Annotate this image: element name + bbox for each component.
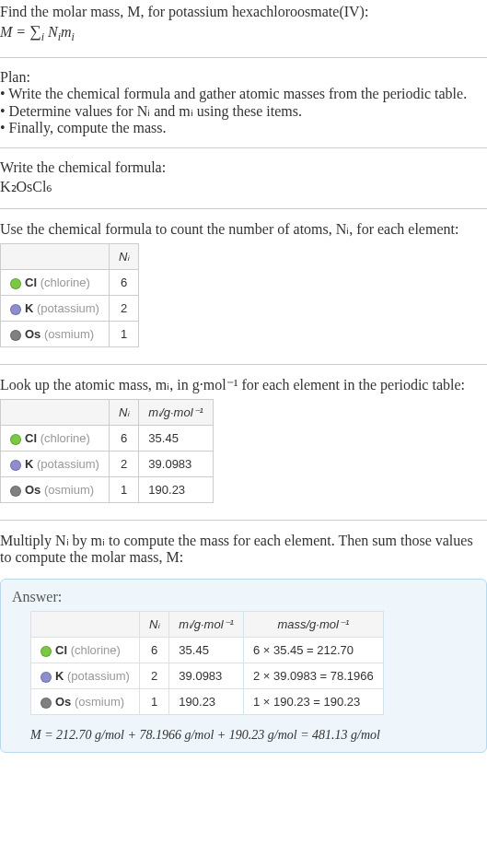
element-dot-icon <box>41 672 52 683</box>
element-cell: Os (osmium) <box>1 477 110 503</box>
plan-bullet-3: • Finally, compute the mass. <box>0 120 487 136</box>
ni-cell: 1 <box>109 477 138 503</box>
element-cell: Os (osmium) <box>1 322 110 347</box>
table-row: K (potassium) 2 39.0983 <box>1 452 214 477</box>
mass-table: Nᵢ mᵢ/g·mol⁻¹ Cl (chlorine) 6 35.45 K (p… <box>0 399 214 503</box>
divider <box>0 147 487 148</box>
mi-cell: 190.23 <box>169 689 244 715</box>
plan-bullet-1: • Write the chemical formula and gather … <box>0 86 487 102</box>
element-dot-icon <box>41 646 52 657</box>
mi-cell: 39.0983 <box>169 663 244 689</box>
element-name: (chlorine) <box>41 431 90 445</box>
element-dot-icon <box>41 698 52 709</box>
plan-section: Plan: • Write the chemical formula and g… <box>0 65 487 140</box>
element-name: (osmium) <box>44 483 94 497</box>
element-symbol: K <box>55 669 64 683</box>
element-symbol: K <box>25 301 33 315</box>
ni-cell: 6 <box>139 638 168 663</box>
blank-header <box>31 612 140 638</box>
element-name: (osmium) <box>75 695 124 709</box>
intro-line: Find the molar mass, M, for potassium he… <box>0 4 487 20</box>
ni-cell: 2 <box>139 663 168 689</box>
element-name: (potassium) <box>67 669 130 683</box>
divider <box>0 364 487 365</box>
table-row: Cl (chlorine) 6 <box>1 270 139 296</box>
multiply-section: Multiply Nᵢ by mᵢ to compute the mass fo… <box>0 528 487 569</box>
element-symbol: K <box>25 457 33 471</box>
element-cell: Os (osmium) <box>31 689 140 715</box>
element-symbol: Cl <box>25 276 37 289</box>
element-name: (chlorine) <box>41 276 90 289</box>
ni-cell: 2 <box>109 452 138 477</box>
plan-bullet-2: • Determine values for Nᵢ and mᵢ using t… <box>0 102 487 120</box>
count-table: Nᵢ Cl (chlorine) 6 K (potassium) 2 Os (o… <box>0 243 139 347</box>
blank-header <box>1 400 110 426</box>
mass-heading: Look up the atomic mass, mᵢ, in g·mol⁻¹ … <box>0 376 487 393</box>
element-dot-icon <box>10 486 21 497</box>
chem-formula-section: Write the chemical formula: K₂OsCl₆ <box>0 156 487 201</box>
answer-label: Answer: <box>12 589 475 605</box>
table-row: Os (osmium) 1 <box>1 322 139 347</box>
element-name: (potassium) <box>37 301 99 315</box>
element-symbol: Cl <box>25 431 37 445</box>
ni-header: Nᵢ <box>139 612 168 638</box>
answer-result: M = 212.70 g/mol + 78.1966 g/mol + 190.2… <box>30 721 475 743</box>
plan-heading: Plan: <box>0 69 487 86</box>
calc-cell: 6 × 35.45 = 212.70 <box>243 638 383 663</box>
calc-cell: 1 × 190.23 = 190.23 <box>243 689 383 715</box>
count-heading: Use the chemical formula to count the nu… <box>0 220 487 238</box>
element-name: (chlorine) <box>71 643 121 657</box>
calc-cell: 2 × 39.0983 = 78.1966 <box>243 663 383 689</box>
count-section: Use the chemical formula to count the nu… <box>0 217 487 357</box>
divider <box>0 520 487 521</box>
table-header-row: Nᵢ mᵢ/g·mol⁻¹ mass/g·mol⁻¹ <box>31 612 384 638</box>
mi-header: mᵢ/g·mol⁻¹ <box>169 612 244 638</box>
element-dot-icon <box>10 330 21 341</box>
table-row: Os (osmium) 1 190.23 <box>1 477 214 503</box>
ni-cell: 1 <box>139 689 168 715</box>
mass-section: Look up the atomic mass, mᵢ, in g·mol⁻¹ … <box>0 372 487 512</box>
ni-cell: 6 <box>109 270 138 296</box>
ni-header: Nᵢ <box>109 400 138 426</box>
element-symbol: Os <box>55 695 71 709</box>
ni-cell: 2 <box>109 296 138 322</box>
table-row: K (potassium) 2 <box>1 296 139 322</box>
mi-cell: 35.45 <box>169 638 244 663</box>
answer-box: Answer: Nᵢ mᵢ/g·mol⁻¹ mass/g·mol⁻¹ Cl (c… <box>0 579 487 753</box>
mi-cell: 35.45 <box>139 426 214 452</box>
element-cell: Cl (chlorine) <box>31 638 140 663</box>
divider <box>0 57 487 58</box>
table-header-row: Nᵢ <box>1 244 139 270</box>
element-name: (osmium) <box>44 327 94 341</box>
element-dot-icon <box>10 304 21 315</box>
element-symbol: Os <box>25 327 41 341</box>
table-row: Cl (chlorine) 6 35.45 <box>1 426 214 452</box>
mi-header: mᵢ/g·mol⁻¹ <box>139 400 214 426</box>
element-cell: Cl (chlorine) <box>1 426 110 452</box>
element-cell: Cl (chlorine) <box>1 270 110 296</box>
chem-heading: Write the chemical formula: <box>0 159 487 176</box>
table-row: K (potassium) 2 39.0983 2 × 39.0983 = 78… <box>31 663 384 689</box>
element-dot-icon <box>10 278 21 289</box>
ni-header: Nᵢ <box>109 244 138 270</box>
chem-formula: K₂OsCl₆ <box>0 176 487 197</box>
mi-cell: 39.0983 <box>139 452 214 477</box>
element-cell: K (potassium) <box>31 663 140 689</box>
divider <box>0 208 487 209</box>
element-symbol: Cl <box>55 643 67 657</box>
table-row: Os (osmium) 1 190.23 1 × 190.23 = 190.23 <box>31 689 384 715</box>
mi-cell: 190.23 <box>139 477 214 503</box>
table-header-row: Nᵢ mᵢ/g·mol⁻¹ <box>1 400 214 426</box>
mass-header: mass/g·mol⁻¹ <box>243 612 383 638</box>
blank-header <box>1 244 110 270</box>
sum-subscript: i <box>41 30 44 43</box>
multiply-heading: Multiply Nᵢ by mᵢ to compute the mass fo… <box>0 532 487 566</box>
element-dot-icon <box>10 434 21 445</box>
element-cell: K (potassium) <box>1 296 110 322</box>
element-cell: K (potassium) <box>1 452 110 477</box>
intro-formula: M = ∑i Nimi <box>0 20 487 46</box>
ni-cell: 1 <box>109 322 138 347</box>
intro-section: Find the molar mass, M, for potassium he… <box>0 0 487 50</box>
element-dot-icon <box>10 460 21 471</box>
table-row: Cl (chlorine) 6 35.45 6 × 35.45 = 212.70 <box>31 638 384 663</box>
